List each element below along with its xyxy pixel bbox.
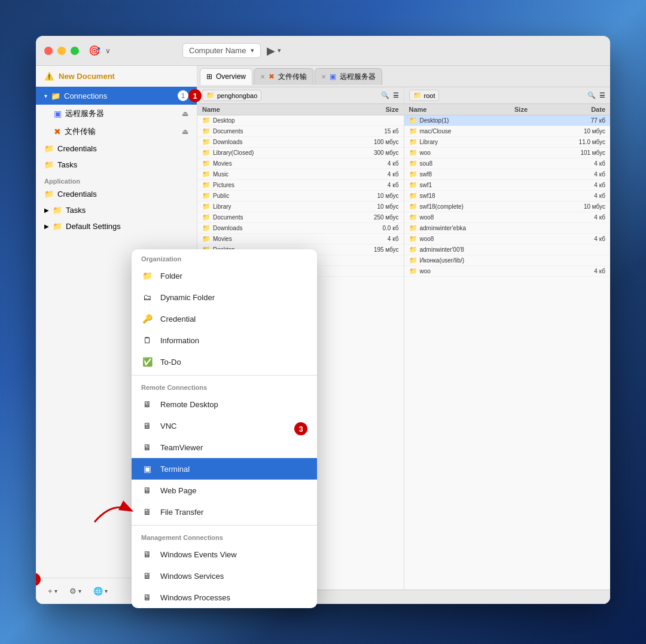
app-credentials-label: Credentials [57, 190, 97, 199]
sidebar-item-app-credentials[interactable]: 📁 Credentials [36, 186, 197, 202]
folder-icon: 📁 [51, 91, 60, 100]
webpage-menu-label: Web Page [160, 486, 196, 495]
folder5-icon: 📁 [53, 206, 62, 215]
table-row[interactable]: 📁woo101 мбус [404, 148, 611, 158]
tab-overview[interactable]: ⊞ Overview [200, 68, 252, 85]
close-tab2-icon[interactable]: ✕ [321, 74, 326, 80]
menu-item-information[interactable]: 🗒 Information [132, 329, 317, 351]
table-row[interactable]: 📁Documents250 мбус [197, 212, 404, 223]
win-services-menu-icon: 🖥 [141, 570, 153, 582]
tab-remote-server[interactable]: ✕ ▣ 远程服务器 [315, 68, 382, 85]
globe-button[interactable]: 🌐 ▾ [90, 584, 111, 598]
table-row[interactable]: 📁sou84 кб [404, 158, 611, 169]
table-row[interactable]: 📁Downloads0.0 кб [197, 223, 404, 234]
table-row[interactable]: 📁swf184 кб [404, 191, 611, 202]
table-row[interactable]: 📁Documents15 кб [197, 126, 404, 137]
row-folder-icon: 📁 [202, 149, 211, 157]
menu-item-dynamic-folder[interactable]: 🗂 Dynamic Folder [132, 286, 317, 308]
col-size-header: Size [357, 106, 399, 113]
row-folder-icon: 📁 [202, 181, 211, 189]
sidebar-item-file-transfer[interactable]: ✖ 文件传输 ⏏ [36, 123, 197, 141]
ft-right-path: 📁 root [409, 90, 440, 101]
close-tab1-icon[interactable]: ✕ [260, 74, 265, 80]
menu-item-vnc[interactable]: 🖥 VNC [132, 415, 317, 437]
menu-item-windows-services[interactable]: 🖥 Windows Services [132, 565, 317, 587]
row-folder2-icon: 📁 [409, 117, 418, 124]
play-button[interactable]: ▶ ▾ [267, 44, 281, 57]
table-row[interactable]: 📁Library11.0 мбус [404, 137, 611, 148]
menu-item-teamviewer[interactable]: 🖥 TeamViewer [132, 437, 317, 458]
fullscreen-button[interactable] [71, 47, 79, 55]
table-row[interactable]: 📁swf84 кб [404, 169, 611, 180]
menu-item-remote-desktop[interactable]: 🖥 Remote Desktop [132, 393, 317, 415]
row-folder2-icon: 📁 [409, 213, 418, 221]
plus-icon: + [48, 587, 53, 596]
connections-badge: 1 [178, 90, 188, 101]
row-folder2-icon: 📁 [409, 235, 418, 243]
file-transfer-label: 文件传输 [65, 126, 96, 137]
menu-item-terminal[interactable]: ▣ Terminal 3 [132, 458, 317, 480]
table-row[interactable]: 📁Library(Closed)300 мбус [197, 148, 404, 158]
table-row[interactable]: 📁Desktop(1)77 кб [404, 115, 611, 126]
menu-item-credential[interactable]: 🔑 Credential [132, 308, 317, 329]
tab-file-transfer[interactable]: ✕ ✖ 文件传输 [254, 68, 313, 85]
search2-icon[interactable]: 🔍 [587, 91, 596, 99]
info-menu-icon: 🗒 [141, 334, 153, 346]
todo-menu-label: To-Do [160, 358, 181, 367]
dropdown-chevron-icon: ▾ [251, 47, 254, 54]
table-row[interactable]: 📁woo84 кб [404, 212, 611, 223]
sidebar-item-app-tasks[interactable]: ▶ 📁 Tasks [36, 202, 197, 218]
sidebar-item-connections[interactable]: ▾ 📁 Connections 1 1 [36, 87, 197, 105]
table-row[interactable]: 📁Movies4 кб [197, 234, 404, 245]
table-row[interactable]: 📁Иконка(user/lib/) [404, 255, 611, 266]
table-row[interactable]: 📁swf14 кб [404, 180, 611, 191]
folder6-icon: 📁 [53, 222, 62, 231]
sidebar-item-credentials[interactable]: 📁 Credentials [36, 141, 197, 157]
expand2-icon: ▶ [44, 223, 49, 230]
menu2-icon[interactable]: ☰ [599, 91, 605, 99]
folder-menu-icon: 📁 [141, 270, 153, 282]
traffic-lights [44, 47, 79, 55]
table-row[interactable]: 📁woo4 кб [404, 266, 611, 277]
menu-item-windows-events[interactable]: 🖥 Windows Events View [132, 544, 317, 565]
table-row[interactable]: 📁adminwinter'00'8 [404, 245, 611, 255]
search-icon[interactable]: 🔍 [381, 91, 389, 99]
close-button[interactable] [44, 47, 53, 55]
menu-item-file-transfer[interactable]: 🖥 File Transfer [132, 501, 317, 523]
sidebar-item-tasks[interactable]: 📁 Tasks [36, 157, 197, 173]
menu-item-todo[interactable]: ✅ To-Do [132, 351, 317, 373]
minimize-button[interactable] [57, 47, 66, 55]
menu-icon[interactable]: ☰ [393, 91, 399, 99]
organization-section-label: Organization [132, 249, 317, 265]
table-row[interactable]: 📁Library10 мбус [197, 202, 404, 212]
table-row[interactable]: 📁mac/Clouse10 мбус [404, 126, 611, 137]
windows-events-menu-label: Windows Events View [160, 550, 237, 559]
table-row[interactable]: 📁Public10 мбус [197, 191, 404, 202]
ft-right-header: Name Size Date [404, 104, 611, 115]
table-row[interactable]: 📁Downloads100 мбус [197, 137, 404, 148]
ft-left-toolbar: 📁 penghongbao 🔍 ☰ [197, 87, 404, 104]
table-row[interactable]: 📁swf18(complete)10 мбус [404, 202, 611, 212]
menu-item-folder[interactable]: 📁 Folder [132, 265, 317, 286]
chevron-icon: ▾ [44, 93, 47, 99]
gear-button[interactable]: ⚙ ▾ [66, 584, 85, 598]
row-folder2-icon: 📁 [409, 181, 418, 189]
row-folder-icon: 📁 [202, 192, 211, 200]
sidebar-item-remote-server[interactable]: ▣ 远程服务器 ⏏ [36, 105, 197, 123]
table-row[interactable]: 📁Pictures4 кб [197, 180, 404, 191]
add-button[interactable]: + ▾ [44, 584, 61, 598]
folder3-icon: 📁 [44, 160, 54, 169]
terminal-menu-label: Terminal [160, 465, 190, 474]
menu-item-windows-processes[interactable]: 🖥 Windows Processes [132, 587, 317, 608]
sidebar-item-default-settings[interactable]: ▶ 📁 Default Settings [36, 218, 197, 234]
table-row[interactable]: 📁woo84 кб [404, 234, 611, 245]
table-row[interactable]: 📁adminwinter'ebka [404, 223, 611, 234]
context-menu: Organization 📁 Folder 🗂 Dynamic Folder 🔑… [132, 249, 317, 608]
computer-name-dropdown[interactable]: Computer Name ▾ [182, 43, 261, 58]
table-row[interactable]: 📁Movies4 кб [197, 158, 404, 169]
server2-icon: ▣ [330, 72, 336, 81]
table-row[interactable]: 📁Desktop [197, 115, 404, 126]
table-row[interactable]: 📁Music4 кб [197, 169, 404, 180]
row-folder2-icon: 📁 [409, 127, 418, 135]
menu-item-webpage[interactable]: 🖥 Web Page [132, 480, 317, 501]
